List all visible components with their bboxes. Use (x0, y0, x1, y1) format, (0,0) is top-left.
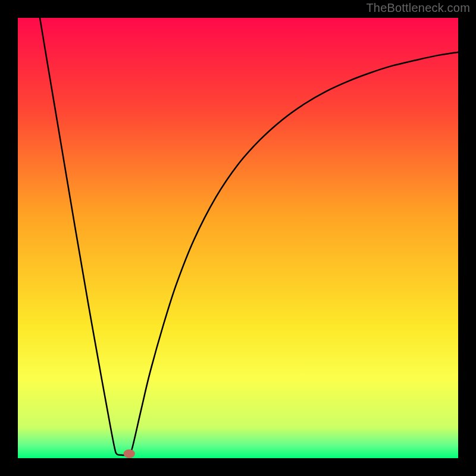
curve-layer (18, 18, 458, 458)
plot-area (18, 18, 458, 458)
bottleneck-curve (40, 18, 458, 455)
chart-outer-frame: TheBottleneck.com (0, 0, 476, 476)
optimal-point-marker (124, 449, 135, 458)
watermark-text: TheBottleneck.com (366, 1, 470, 15)
